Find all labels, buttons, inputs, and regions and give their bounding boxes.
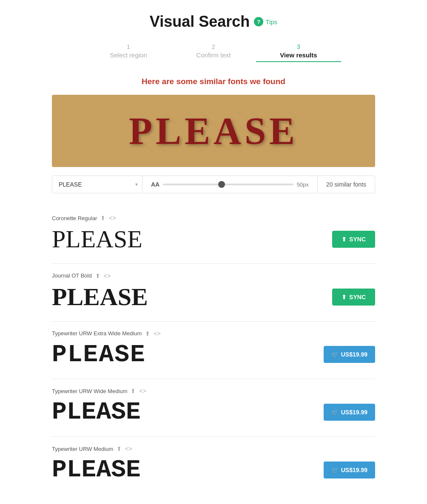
step-3-underline xyxy=(256,61,341,62)
page-title: Visual Search xyxy=(150,13,250,31)
font-upload-icon-2[interactable]: ⬆ xyxy=(145,330,150,337)
slider-fill xyxy=(163,184,222,185)
font-preview-text-0: PLEASE xyxy=(52,226,142,253)
font-preview-text-4: PLEASE xyxy=(52,456,141,484)
font-upload-icon-4[interactable]: ⬆ xyxy=(117,445,122,452)
font-name-1: Journal OT Bold xyxy=(52,272,92,279)
step-3[interactable]: 3 View results xyxy=(256,43,341,62)
font-result-3: Typewriter URW Wide Medium⬆<>PLEASE🛒 US$… xyxy=(52,379,375,437)
step-2-label: Confirm text xyxy=(196,51,231,59)
font-name-3: Typewriter URW Wide Medium xyxy=(52,388,127,394)
font-code-icon-4[interactable]: <> xyxy=(125,445,132,452)
controls-bar: ▾ AA 50px 20 similar fonts xyxy=(52,176,375,193)
similar-count-label: 20 similar fonts xyxy=(317,176,375,193)
dropdown-arrow-icon[interactable]: ▾ xyxy=(135,181,138,187)
step-3-number: 3 xyxy=(297,43,300,50)
steps-nav: 1 Select region 2 Confirm text 3 View re… xyxy=(52,43,375,62)
font-name-0: Coronette Regular xyxy=(52,215,97,221)
size-slider[interactable] xyxy=(163,184,293,185)
results-subtitle: Here are some similar fonts we found xyxy=(52,77,375,86)
preview-text-input[interactable] xyxy=(57,176,135,193)
font-meta-1: Journal OT Bold⬆<> xyxy=(52,272,375,279)
buy-button-3[interactable]: 🛒 US$19.99 xyxy=(324,404,375,421)
step-2-number: 2 xyxy=(212,43,215,50)
font-code-icon-1[interactable]: <> xyxy=(104,272,111,279)
buy-button-2[interactable]: 🛒 US$19.99 xyxy=(324,346,375,363)
font-result-row-1: PLEASE⬆ SYNC xyxy=(52,283,375,311)
cart-icon-2: 🛒 xyxy=(331,351,339,358)
step-1-underline xyxy=(86,61,171,62)
step-1-label: Select region xyxy=(110,51,147,59)
font-result-1: Journal OT Bold⬆<>PLEASE⬆ SYNC xyxy=(52,264,375,322)
font-result-row-3: PLEASE🛒 US$19.99 xyxy=(52,399,375,426)
font-result-2: Typewriter URW Extra Wide Medium⬆<>PLEAS… xyxy=(52,322,375,379)
font-result-row-4: PLEASE🛒 US$19.99 xyxy=(52,456,375,484)
font-preview-text-2: PLEASE xyxy=(52,341,146,368)
step-3-label: View results xyxy=(280,51,317,59)
font-preview-text-1: PLEASE xyxy=(52,283,148,311)
size-value-label: 50px xyxy=(297,181,309,188)
preview-image-text: PLEASE xyxy=(129,109,298,153)
cart-icon-4: 🛒 xyxy=(331,467,339,473)
step-2-underline xyxy=(171,61,256,62)
sync-icon-0: ⬆ xyxy=(342,236,347,243)
font-upload-icon-0[interactable]: ⬆ xyxy=(100,215,105,221)
font-upload-icon-3[interactable]: ⬆ xyxy=(131,388,136,394)
font-result-4: Typewriter URW Medium⬆<>PLEASE🛒 US$19.99 xyxy=(52,437,375,494)
text-input-section: ▾ xyxy=(52,176,142,193)
step-1-number: 1 xyxy=(127,43,130,50)
buy-button-4[interactable]: 🛒 US$19.99 xyxy=(324,462,375,479)
size-section: AA 50px xyxy=(142,181,317,188)
sync-icon-1: ⬆ xyxy=(342,294,347,300)
font-code-icon-3[interactable]: <> xyxy=(139,388,146,394)
page-container: Visual Search ? Tips 1 Select region 2 C… xyxy=(43,0,384,504)
font-meta-2: Typewriter URW Extra Wide Medium⬆<> xyxy=(52,330,375,337)
tips-button[interactable]: ? Tips xyxy=(254,17,277,26)
font-preview-text-3: PLEASE xyxy=(52,399,141,426)
slider-thumb[interactable] xyxy=(218,181,225,188)
font-result-row-2: PLEASE🛒 US$19.99 xyxy=(52,341,375,368)
sync-button-1[interactable]: ⬆ SYNC xyxy=(332,289,375,306)
font-meta-0: Coronette Regular⬆<> xyxy=(52,215,375,221)
step-2[interactable]: 2 Confirm text xyxy=(171,43,256,62)
sync-button-0[interactable]: ⬆ SYNC xyxy=(332,231,375,248)
font-meta-4: Typewriter URW Medium⬆<> xyxy=(52,445,375,452)
font-meta-3: Typewriter URW Wide Medium⬆<> xyxy=(52,388,375,394)
font-name-4: Typewriter URW Medium xyxy=(52,446,113,452)
preview-image: PLEASE xyxy=(52,95,375,167)
font-result-row-0: PLEASE⬆ SYNC xyxy=(52,226,375,253)
font-code-icon-2[interactable]: <> xyxy=(154,330,160,337)
tips-icon: ? xyxy=(254,17,263,26)
font-code-icon-0[interactable]: <> xyxy=(109,215,116,221)
font-name-2: Typewriter URW Extra Wide Medium xyxy=(52,330,142,337)
size-aa-label: AA xyxy=(151,181,159,188)
font-results-list: Coronette Regular⬆<>PLEASE⬆ SYNCJournal … xyxy=(52,206,375,494)
step-1[interactable]: 1 Select region xyxy=(86,43,171,62)
header: Visual Search ? Tips xyxy=(52,13,375,31)
cart-icon-3: 🛒 xyxy=(331,409,339,416)
font-upload-icon-1[interactable]: ⬆ xyxy=(95,272,100,279)
font-result-0: Coronette Regular⬆<>PLEASE⬆ SYNC xyxy=(52,206,375,264)
tips-label: Tips xyxy=(265,18,277,25)
